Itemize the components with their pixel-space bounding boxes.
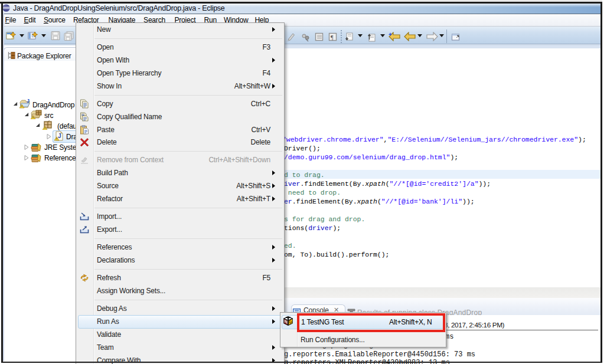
svg-text:J: J xyxy=(27,99,30,104)
svg-text:¶: ¶ xyxy=(331,34,334,41)
svg-text:J: J xyxy=(58,133,61,139)
